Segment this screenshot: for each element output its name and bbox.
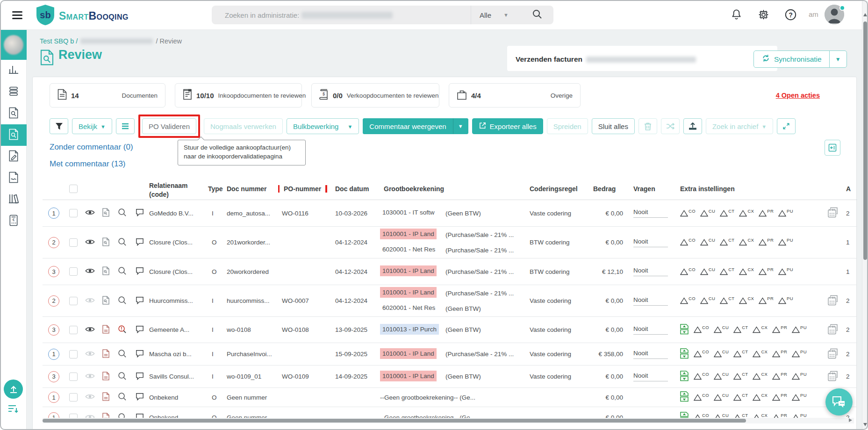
split-merge-icon[interactable] [680,412,689,418]
setting-triangle-co[interactable]: CO [694,326,709,333]
inspect-icon[interactable] [118,392,127,402]
questions-select[interactable]: Nooit [633,238,668,247]
setting-triangle-pr[interactable]: PR [759,268,773,275]
vscroll-down-arrow[interactable] [863,423,867,426]
sidebar-item-review[interactable] [0,124,27,146]
hscroll-thumb[interactable] [43,419,746,423]
comment-icon[interactable] [136,325,144,335]
preview-eye-icon[interactable] [85,373,95,381]
header-doc-nummer[interactable]: Doc nummer [223,185,278,193]
inspect-alert-icon[interactable]: ! [118,325,127,335]
horizontal-scrollbar[interactable] [43,418,854,423]
preview-eye-icon[interactable] [85,393,95,401]
table-row[interactable]: 3Savills Consul...Iwo-0109_01WO-010914-0… [43,366,857,388]
relation-name-cell[interactable]: Huurcommiss... [149,297,204,304]
table-row[interactable]: 1OnbekendOGeen nummer--Geen grootboekrek… [43,388,857,407]
table-row[interactable]: 1GoMeddo B.V...Idemo_autosa...WO-011610-… [43,200,857,227]
sidebar-item-sign-documents[interactable] [0,167,27,189]
setting-triangle-cu[interactable]: CU [700,268,715,275]
comment-icon[interactable] [136,372,144,381]
preview-eye-icon[interactable] [85,326,95,334]
setting-triangle-pu[interactable]: PU [792,394,806,401]
chat-widget-button[interactable] [825,388,853,416]
sidebar-item-invoice-calculator[interactable]: € [0,210,27,232]
upload-toolbar-button[interactable] [683,118,702,134]
ledger-account-chip[interactable]: 1010001 - IP Land [380,265,445,278]
sluit-alles-button[interactable]: Sluit alles [592,118,635,134]
table-row[interactable]: 3!Gemeente A...Iwo-0108WO-010813-09-2025… [43,317,857,343]
setting-triangle-ct[interactable]: CT [733,373,747,380]
sidebar-item-archive-books[interactable] [0,189,27,210]
questions-select[interactable]: Nooit [633,208,668,218]
setting-triangle-cu[interactable]: CU [700,297,715,304]
document-file-icon[interactable] [102,296,109,306]
breadcrumb-root-link[interactable]: Test SBQ b / [40,37,78,45]
setting-triangle-pr[interactable]: PR [772,351,787,358]
zonder-commentaar-link[interactable]: Zonder commentaar (0) [50,143,133,152]
setting-triangle-ct[interactable]: CT [733,394,747,401]
vscroll-thumb[interactable] [863,22,867,260]
document-file-icon[interactable] [102,208,109,218]
relation-name-cell[interactable]: Onbekend [149,394,204,401]
setting-triangle-cx[interactable]: CX [739,297,753,304]
setting-triangle-pu[interactable]: PU [778,239,793,246]
relation-name-cell[interactable]: Mascha ozi b... [149,351,204,358]
preview-eye-icon[interactable] [85,350,95,358]
row-checkbox[interactable] [69,350,78,358]
ledger-account-chip[interactable]: 1010001 - IP Land [380,229,445,241]
preview-eye-icon[interactable] [85,267,95,276]
setting-triangle-cx[interactable]: CX [753,373,767,380]
inspect-icon[interactable] [118,296,127,306]
met-commentaar-link[interactable]: Met commentaar (13) [50,159,126,169]
sidebar-profile[interactable] [0,30,27,60]
setting-triangle-pr[interactable]: PR [772,414,787,418]
header-po-nummer[interactable]: PO-nummer [278,185,328,193]
header-relatienaam[interactable]: Relatienaam(code) [149,179,204,198]
relation-name-cell[interactable]: Savills Consul... [149,373,204,380]
preview-eye-icon[interactable] [85,209,95,217]
setting-triangle-ct[interactable]: CT [720,239,734,246]
po-valideren-button[interactable]: PO Valideren [142,118,196,134]
setting-triangle-cx[interactable]: CX [739,239,753,246]
sidebar-item-edit-documents[interactable] [0,146,27,167]
setting-triangle-co[interactable]: CO [680,210,695,217]
upload-button[interactable] [4,380,23,399]
help-icon[interactable]: ? [784,8,797,23]
sync-dropdown-button[interactable]: ▼ [829,51,846,67]
questions-select[interactable]: Nooit [633,350,668,359]
header-vragen[interactable]: Vragen [626,185,673,193]
ledger-account-chip[interactable]: 6020001 - Net Res [380,244,445,256]
setting-triangle-ct[interactable]: CT [720,268,734,275]
setting-triangle-cu[interactable]: CU [714,326,728,333]
comment-icon[interactable] [136,393,144,402]
pdf-file-icon[interactable] [102,349,109,359]
setting-triangle-cu[interactable]: CU [714,414,728,418]
row-checkbox[interactable] [69,297,78,305]
inspect-icon[interactable] [118,266,127,277]
sidebar-item-administrations[interactable] [0,81,27,103]
setting-triangle-co[interactable]: CO [680,297,695,304]
setting-triangle-pu[interactable]: PU [778,210,793,217]
relation-name-cell[interactable]: Closure (Clos... [149,268,204,275]
row-checkbox[interactable] [69,267,78,276]
table-row[interactable]: 3Closure (Clos...O20workordered04-12-202… [43,258,857,285]
row-checkbox[interactable] [69,373,78,381]
split-merge-icon[interactable] [680,348,689,360]
pdf-file-icon[interactable] [102,413,109,418]
comment-icon[interactable] [136,208,144,218]
brand-logo[interactable]: sb SmartBooqing [36,4,129,28]
preview-eye-icon[interactable] [85,297,95,305]
setting-triangle-pr[interactable]: PR [759,297,773,304]
setting-triangle-cu[interactable]: CU [714,351,728,358]
setting-triangle-pu[interactable]: PU [792,326,806,333]
stat-card-documenten[interactable]: 14 Documenten [50,83,165,108]
setting-triangle-pr[interactable]: PR [759,210,773,217]
global-search[interactable]: Zoeken in administratie: Alle▼ [212,6,553,24]
table-row[interactable]: 1OnbekendOGeen nummer--Geen grootboekrek… [43,407,857,418]
table-row[interactable]: 1Mascha ozi b...IPurchaseInvoi...15-09-2… [43,343,857,366]
setting-triangle-ct[interactable]: CT [720,210,734,217]
filter-button[interactable] [50,118,68,134]
header-count[interactable]: A [843,185,862,193]
relation-name-cell[interactable]: Closure (Clos... [149,239,204,246]
row-checkbox[interactable] [69,238,78,247]
